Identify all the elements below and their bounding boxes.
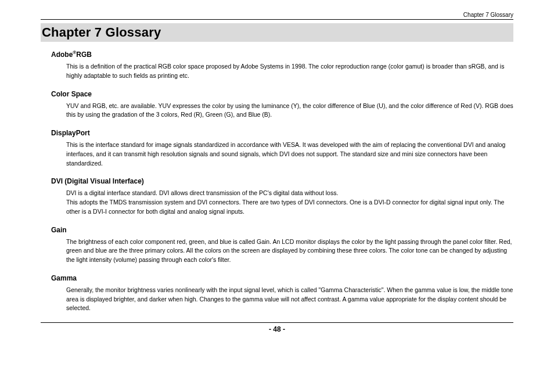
definition-text: YUV and RGB, etc. are available. YUV exp… (66, 102, 513, 120)
definition-text: Generally, the monitor brightness varies… (66, 286, 513, 313)
page-number: - 48 - (0, 325, 554, 333)
glossary-entry: DisplayPort This is the interface standa… (51, 129, 513, 168)
term-gain: Gain (51, 226, 513, 234)
term-prefix: Adobe (51, 51, 73, 59)
glossary-entry: Gain The brightness of each color compon… (51, 226, 513, 265)
term-color-space: Color Space (51, 90, 513, 98)
glossary-entry: Color Space YUV and RGB, etc. are availa… (51, 90, 513, 120)
definition-text: DVI is a digital interface standard. DVI… (66, 189, 513, 216)
term-adobe-rgb: Adobe®RGB (51, 50, 513, 59)
term-displayport: DisplayPort (51, 129, 513, 137)
glossary-entry: DVI (Digital Visual Interface) DVI is a … (51, 177, 513, 216)
glossary-entry: Gamma Generally, the monitor brightness … (51, 274, 513, 313)
top-divider (41, 19, 513, 20)
bottom-divider (41, 322, 513, 323)
definition-text: This is a definition of the practical RG… (66, 62, 513, 81)
glossary-entry: Adobe®RGB This is a definition of the pr… (51, 50, 513, 81)
term-suffix: RGB (76, 51, 92, 59)
header-breadcrumb: Chapter 7 Glossary (41, 12, 513, 18)
term-gamma: Gamma (51, 274, 513, 282)
definition-text: The brightness of each color component r… (66, 238, 513, 265)
chapter-title: Chapter 7 Glossary (41, 23, 513, 42)
definition-text: This is the interface standard for image… (66, 141, 513, 168)
term-dvi: DVI (Digital Visual Interface) (51, 177, 513, 185)
